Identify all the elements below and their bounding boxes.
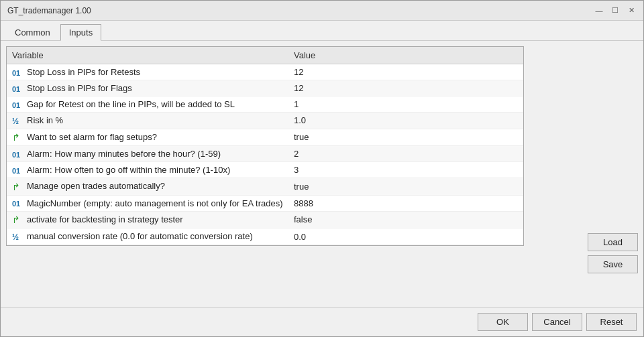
value-cell: 1.0	[288, 113, 523, 129]
variable-cell: ↱Want to set alarm for flag setups?	[7, 129, 288, 146]
value-cell: 8888	[288, 195, 523, 211]
row-icon: 01	[12, 69, 24, 77]
table-row: ½Risk in %1.0	[7, 113, 523, 129]
value-cell: 12	[288, 64, 523, 80]
variable-cell: 01Alarm: How often to go off within the …	[7, 162, 288, 178]
main-content: Variable Value 01Stop Loss in PIPs for R…	[1, 41, 643, 307]
value-cell: true	[288, 129, 523, 146]
table-row: 01Stop Loss in PIPs for Flags12	[7, 80, 523, 96]
table-row: 01Gap for Retest on the line in PIPs, wi…	[7, 96, 523, 113]
row-icon: 01	[12, 200, 24, 208]
table-row: 01MagicNumber (empty: auto management is…	[7, 195, 523, 211]
table-row: ↱Want to set alarm for flag setups?true	[7, 129, 523, 146]
ok-button[interactable]: OK	[478, 313, 528, 331]
variable-cell: ↱Manage open trades automatically?	[7, 178, 288, 196]
value-cell: true	[288, 178, 523, 196]
tab-common[interactable]: Common	[6, 24, 59, 41]
variable-label: Manage open trades automatically?	[27, 181, 165, 191]
row-icon: ½	[12, 117, 24, 126]
variable-label: Stop Loss in PIPs for Retests	[27, 67, 140, 77]
variable-cell: 01MagicNumber (empty: auto management is…	[7, 195, 288, 211]
variable-cell: ½manual conversion rate (0.0 for automat…	[7, 228, 288, 245]
variable-label: Alarm: How often to go off within the mi…	[27, 165, 230, 175]
reset-button[interactable]: Reset	[586, 313, 637, 331]
variable-cell: ½Risk in %	[7, 113, 288, 129]
variable-cell: ↱activate for backtesting in strategy te…	[7, 211, 288, 228]
tabs-bar: Common Inputs	[1, 21, 643, 41]
tab-inputs[interactable]: Inputs	[60, 24, 101, 41]
main-window: GT_trademanager 1.00 — ☐ ✕ Common Inputs…	[0, 0, 644, 337]
value-cell: 3	[288, 162, 523, 178]
variable-label: manual conversion rate (0.0 for automati…	[27, 231, 253, 241]
col-header-variable: Variable	[7, 47, 288, 64]
variable-cell: 01Stop Loss in PIPs for Retests	[7, 64, 288, 80]
row-icon: 01	[12, 85, 24, 93]
variable-label: Gap for Retest on the line in PIPs, will…	[27, 99, 235, 109]
variable-label: Alarm: How many minutes before the hour?…	[27, 149, 221, 159]
maximize-button[interactable]: ☐	[610, 5, 621, 16]
variable-label: Stop Loss in PIPs for Flags	[27, 83, 132, 93]
table-area: Variable Value 01Stop Loss in PIPs for R…	[6, 46, 524, 307]
value-cell: 1	[288, 96, 523, 113]
variable-label: MagicNumber (empty: auto management is n…	[27, 198, 283, 208]
row-icon: 01	[12, 167, 24, 175]
title-bar-controls: — ☐ ✕	[594, 5, 637, 16]
save-button[interactable]: Save	[588, 255, 638, 273]
table-row: ½manual conversion rate (0.0 for automat…	[7, 228, 523, 245]
table-row: ↱Manage open trades automatically?true	[7, 178, 523, 196]
row-icon: ½	[12, 232, 24, 242]
load-button[interactable]: Load	[588, 233, 638, 251]
value-cell: 2	[288, 146, 523, 162]
title-bar: GT_trademanager 1.00 — ☐ ✕	[1, 1, 643, 21]
variable-cell: 01Alarm: How many minutes before the hou…	[7, 146, 288, 162]
inner-layout: Variable Value 01Stop Loss in PIPs for R…	[6, 46, 638, 307]
col-header-value: Value	[288, 47, 523, 64]
value-cell: false	[288, 211, 523, 228]
variable-label: Want to set alarm for flag setups?	[27, 132, 157, 142]
row-icon: 01	[12, 151, 24, 159]
cancel-button[interactable]: Cancel	[532, 313, 582, 331]
row-icon: ↱	[12, 182, 24, 192]
row-icon: 01	[12, 101, 24, 109]
footer-buttons: OK Cancel Reset	[1, 307, 643, 336]
table-row: 01Alarm: How often to go off within the …	[7, 162, 523, 178]
close-button[interactable]: ✕	[626, 5, 637, 16]
side-buttons: Load Save	[584, 46, 638, 307]
value-cell: 12	[288, 80, 523, 96]
minimize-button[interactable]: —	[594, 5, 604, 16]
window-title: GT_trademanager 1.00	[7, 6, 91, 15]
row-icon: ↱	[12, 214, 24, 225]
table-row: 01Stop Loss in PIPs for Retests12	[7, 64, 523, 80]
variable-label: Risk in %	[27, 115, 63, 125]
variable-cell: 01Stop Loss in PIPs for Flags	[7, 80, 288, 96]
variables-table: Variable Value 01Stop Loss in PIPs for R…	[6, 46, 524, 246]
variable-label: activate for backtesting in strategy tes…	[27, 214, 183, 224]
value-cell: 0.0	[288, 228, 523, 245]
table-row: ↱activate for backtesting in strategy te…	[7, 211, 523, 228]
table-row: 01Alarm: How many minutes before the hou…	[7, 146, 523, 162]
row-icon: ↱	[12, 132, 24, 143]
variable-cell: 01Gap for Retest on the line in PIPs, wi…	[7, 96, 288, 113]
